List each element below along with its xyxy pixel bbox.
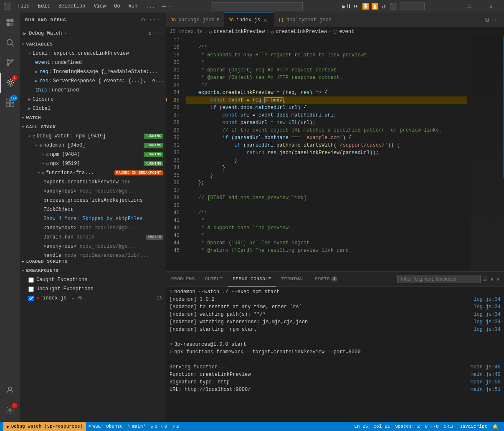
restart-icon[interactable]: ↺ (380, 2, 388, 10)
index-js-breakpoint-item[interactable]: ● index.js ✏ 🗑 25 (20, 294, 166, 303)
tab-close-icon[interactable]: ✕ (263, 16, 267, 24)
tab-index-js[interactable]: JS index.js ✕ (224, 13, 274, 27)
activity-source-control[interactable] (0, 53, 20, 73)
panel-tab-output[interactable]: OUTPUT (200, 272, 228, 286)
more-tabs-icon[interactable]: ··· (490, 17, 501, 23)
signature-source[interactable]: main.js:50 (467, 378, 501, 386)
code-content[interactable]: /** * Responds to any HTTP request relat… (183, 36, 471, 271)
config-settings-icon[interactable]: ⚙ (148, 30, 151, 37)
activity-extensions[interactable]: 1k+ (0, 93, 20, 113)
config-more-icon[interactable]: ··· (154, 30, 163, 36)
caught-exceptions-item[interactable]: Caught Exceptions (20, 275, 166, 284)
panel-tab-debug-console[interactable]: DEBUG CONSOLE (228, 272, 276, 286)
uncaught-exceptions-checkbox[interactable] (28, 286, 34, 292)
nav-back[interactable]: ← (162, 3, 166, 10)
position-item[interactable]: Ln 25, Col 21 (352, 424, 393, 429)
global-search-input[interactable] (211, 2, 303, 10)
callstack-handle[interactable]: handle node_modules/express/lib/... (20, 251, 166, 257)
nodemon-ext-source[interactable]: log.js:34 (470, 318, 501, 326)
function-source[interactable]: main.js:49 (467, 371, 501, 378)
step-out-icon[interactable]: ⏫ (370, 2, 379, 10)
var-req[interactable]: ▶ req:IncomingMessage {_readableState:..… (20, 67, 166, 76)
split-editor-icon[interactable]: ⧉ (485, 17, 489, 23)
section-breakpoints[interactable]: ▾ BREAKPOINTS (20, 266, 166, 275)
menu-go[interactable]: Go (112, 3, 122, 10)
menu-selection[interactable]: Selection (57, 3, 87, 10)
errors-item[interactable]: ✕ 0 ⚠ 0 (148, 424, 170, 429)
nodemon-path-source[interactable]: log.js:34 (470, 311, 501, 318)
continue-icon[interactable]: ▶⏸ (343, 2, 351, 10)
workers-item[interactable]: ⚡ 2 (170, 424, 181, 429)
serving-source[interactable]: main.js:48 (467, 363, 501, 371)
callstack-npm-9484[interactable]: ▾ ⚙ npm [9484] RUNNING (20, 150, 166, 159)
callstack-anonymous-1[interactable]: <anonymous> node_modules/@go... (20, 187, 166, 196)
global-scope[interactable]: ▶ Global (20, 104, 166, 113)
caught-exceptions-checkbox[interactable] (28, 277, 34, 283)
tab-deployment-json[interactable]: {} deployment.json (274, 13, 336, 27)
breadcrumb-func1[interactable]: createLinkPreview (214, 29, 265, 35)
callstack-anonymous-2[interactable]: <anonymous> node_modules/@go... (20, 223, 166, 233)
url-source[interactable]: main.js:51 (467, 386, 501, 393)
close-button[interactable]: ✕ (481, 0, 501, 13)
branch-item[interactable]: ⑂ main* (125, 424, 148, 429)
language-item[interactable]: JavaScript (457, 424, 490, 429)
local-scope[interactable]: ▾ Local: exports.createLinkPreview (20, 49, 166, 58)
var-event[interactable]: event:undefined (20, 58, 166, 67)
activity-account[interactable] (0, 380, 20, 400)
breadcrumb-func2[interactable]: createLinkPreview (276, 29, 327, 35)
debug-target-input[interactable]: tuj (400, 3, 425, 10)
callstack-tickobject[interactable]: TickObject (20, 205, 166, 214)
config-dropdown-icon[interactable]: ▾ (64, 31, 67, 36)
line-ending-item[interactable]: CRLF (441, 424, 457, 429)
panel-close-icon[interactable]: ✕ (496, 275, 501, 284)
menu-more[interactable]: ... (144, 3, 157, 10)
activity-explorer[interactable] (0, 13, 20, 33)
step-into-icon[interactable]: ⏬ (361, 2, 370, 10)
stop-icon[interactable]: ⬛ (389, 2, 397, 10)
tab-package-json[interactable]: JS package.json M (166, 13, 224, 27)
more-options-icon[interactable]: ··· (148, 15, 161, 24)
closure-scope[interactable]: ▶ Closure (20, 95, 166, 104)
filter-input[interactable] (397, 275, 481, 283)
activity-settings[interactable]: 1 (0, 400, 20, 420)
index-js-checkbox[interactable] (28, 296, 34, 301)
notification-item[interactable]: 🔔 (490, 424, 501, 429)
nodemon-ver-source[interactable]: log.js:34 (470, 296, 501, 303)
panel-tab-problems[interactable]: PROBLEMS (166, 272, 200, 286)
var-res[interactable]: ▶ res:ServerResponse {_events: {...}, _e… (20, 76, 166, 86)
callstack-domain-run[interactable]: Domain.run domain 388:15 (20, 233, 166, 242)
encoding-item[interactable]: UTF-8 (423, 424, 441, 429)
menu-edit[interactable]: Edit (36, 3, 52, 10)
section-watch[interactable]: ▾ WATCH (20, 113, 166, 122)
callstack-npm-9419[interactable]: ▾ ⚙ Debug Watch: npm [9419] RUNNING (20, 132, 166, 141)
panel-tab-ports[interactable]: PORTS 2 (310, 272, 342, 286)
callstack-functions-fra[interactable]: ▾ ⚙ functions-fra... PAUSED ON BREAKPOIN… (20, 168, 166, 177)
callstack-npx-9519[interactable]: ▾ ⚙ npx [9519] RUNNING (20, 159, 166, 168)
nav-forward[interactable]: → (167, 3, 171, 10)
config-label[interactable]: Debug Watch (29, 30, 62, 36)
section-variables[interactable]: ▾ VARIABLES (20, 40, 166, 49)
menu-run[interactable]: Run (127, 3, 139, 10)
callstack-anonymous-3[interactable]: <anonymous> node_modules/@go... (20, 242, 166, 251)
callstack-nodemon-9450[interactable]: ▾ ⚙ nodemon [9450] RUNNING (20, 141, 166, 150)
nodemon-restart-source[interactable]: log.js:34 (470, 303, 501, 311)
var-this[interactable]: this:undefined (20, 86, 166, 95)
wsl-item[interactable]: ⌘ WSL: Ubuntu (86, 424, 125, 429)
activity-debug[interactable]: 1 (0, 73, 20, 93)
callstack-skip[interactable]: Show 4 More: Skipped by skipFiles (20, 214, 166, 223)
panel-list-icon[interactable]: ☰ (481, 275, 489, 284)
minimize-button[interactable]: ─ (438, 0, 457, 13)
maximize-button[interactable]: □ (460, 0, 479, 13)
panel-up-icon[interactable]: ∧ (489, 275, 494, 284)
callstack-create-link[interactable]: exports.createLinkPreview ind... (20, 177, 166, 187)
step-over-icon[interactable]: ⏭ (352, 2, 360, 10)
run-icon[interactable]: ▶ (23, 30, 26, 37)
settings-config-icon[interactable]: ⚙ (140, 15, 146, 24)
uncaught-exceptions-item[interactable]: Uncaught Exceptions (20, 284, 166, 294)
section-call-stack[interactable]: ▾ CALL STACK (20, 122, 166, 132)
status-debug-section[interactable]: ▶ Debug Watch (3p-resources) (3, 422, 86, 431)
activity-search[interactable] (0, 33, 20, 53)
nodemon-start-source[interactable]: log.js:34 (470, 326, 501, 333)
breadcrumb-event[interactable]: event (339, 29, 354, 35)
menu-file[interactable]: File (16, 3, 31, 10)
